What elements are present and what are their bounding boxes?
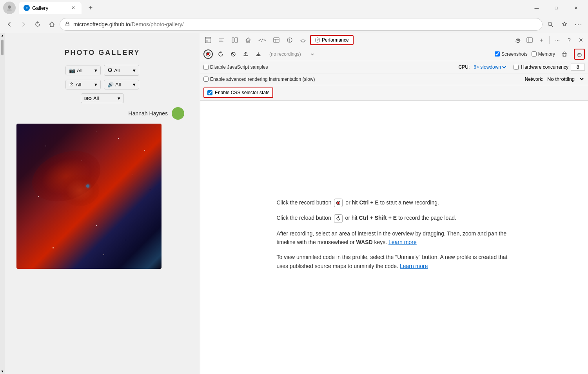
camera-icon: 📷 — [69, 68, 75, 73]
url-path: /Demos/photo-gallery/ — [130, 21, 184, 27]
performance-tab-label: Performance — [322, 37, 349, 43]
iso-icon: ISO — [84, 96, 92, 101]
user-avatar-icon[interactable] — [3, 2, 16, 14]
hardware-concurrency-checkbox[interactable] — [514, 65, 519, 70]
filter-row-1: 📷 All ▾ ⚙ All ▾ — [13, 65, 192, 76]
disable-js-samples-label: Disable JavaScript samples — [210, 64, 268, 70]
disable-js-samples-item[interactable]: Disable JavaScript samples — [203, 64, 268, 70]
tab-console[interactable] — [215, 35, 228, 45]
css-selector-stats-item[interactable]: Enable CSS selector stats — [203, 88, 273, 98]
reload-icon-inline — [334, 214, 343, 223]
filter-settings-value: All — [114, 68, 120, 73]
css-selector-stats-checkbox[interactable] — [207, 90, 212, 95]
scroll-thumb[interactable] — [1, 40, 4, 55]
tab-sidebar[interactable] — [229, 35, 241, 45]
svg-rect-7 — [232, 38, 234, 42]
screenshots-label: Screenshots — [501, 51, 528, 57]
screenshots-checkbox[interactable] — [495, 51, 500, 57]
favorites-button[interactable] — [558, 18, 571, 31]
disable-js-samples-checkbox[interactable] — [203, 65, 209, 70]
tab-close-button[interactable]: ✕ — [70, 4, 77, 11]
filter-audio[interactable]: 🔊 All ▾ — [104, 80, 139, 89]
more-button[interactable]: ··· — [572, 18, 585, 31]
tab-customize[interactable]: + — [536, 35, 547, 46]
cpu-select[interactable]: 6× slowdown 4× slowdown No throttling — [472, 64, 507, 70]
enable-rendering-item[interactable]: Enable advanced rendering instrumentatio… — [203, 77, 315, 82]
hardware-concurrency-label: Hardware concurrency — [521, 64, 568, 70]
minimize-button[interactable]: — — [528, 2, 546, 14]
photo-container — [16, 124, 188, 269]
learn-more-link-1[interactable]: Learn more — [388, 239, 417, 245]
forward-button[interactable] — [17, 18, 30, 31]
hardware-concurrency-item[interactable]: Hardware concurrency — [514, 64, 585, 71]
page-vertical-scrollbar[interactable]: ▲ ▼ — [0, 33, 5, 374]
close-button[interactable]: ✕ — [567, 2, 585, 14]
cpu-control: CPU: 6× slowdown 4× slowdown No throttli… — [459, 64, 508, 70]
reload-record-button[interactable] — [216, 49, 225, 59]
svg-rect-8 — [235, 38, 238, 42]
filter-time-arrow: ▾ — [94, 82, 97, 88]
learn-more-link-2[interactable]: Learn more — [400, 263, 428, 269]
tab-favicon: e — [24, 5, 30, 11]
network-control: Network: No throttling Fast 3G Slow 3G O… — [525, 76, 585, 82]
home-button[interactable] — [45, 18, 58, 31]
upload-recording-button[interactable] — [241, 49, 250, 59]
maximize-button[interactable]: □ — [547, 2, 565, 14]
enable-rendering-checkbox[interactable] — [203, 77, 209, 82]
tab-performance[interactable]: Performance — [310, 35, 354, 45]
active-tab[interactable]: e Gallery ✕ — [19, 2, 82, 14]
css-selector-stats-label: Enable CSS selector stats — [215, 90, 269, 95]
tab-wireless[interactable] — [297, 35, 309, 45]
tab-dock[interactable] — [524, 35, 535, 46]
tab-elements[interactable] — [202, 35, 214, 45]
settings-gear-button[interactable] — [574, 49, 585, 60]
filter-camera[interactable]: 📷 All ▾ — [65, 66, 101, 75]
tab-network[interactable] — [270, 35, 283, 45]
tab-settings[interactable] — [512, 35, 523, 46]
hardware-concurrency-input[interactable] — [571, 64, 585, 71]
tab-close-devtools[interactable]: ✕ — [575, 35, 586, 46]
search-button[interactable] — [544, 18, 557, 31]
main-content: ▲ ▼ PHOTO GALLERY 📷 All ▾ ⚙ — [0, 33, 588, 374]
performance-settings-row3: Enable CSS selector stats — [200, 85, 588, 100]
record-icon-inline — [334, 199, 343, 207]
download-recording-button[interactable] — [254, 49, 263, 59]
network-select[interactable]: No throttling Fast 3G Slow 3G Offline — [546, 76, 585, 82]
tab-issues[interactable] — [283, 35, 296, 45]
refresh-button[interactable] — [31, 18, 44, 31]
filter-camera-arrow: ▾ — [94, 68, 97, 73]
tab-sources[interactable]: </> — [255, 36, 269, 44]
photo-image — [16, 124, 162, 269]
memory-checkbox-label[interactable]: Memory — [532, 51, 555, 57]
tab-home[interactable] — [242, 35, 254, 45]
scroll-down-arrow[interactable]: ▼ — [0, 369, 5, 374]
filter-time[interactable]: ⏱ All ▾ — [65, 80, 101, 89]
performance-instructions: Click the record button or hit Ctrl + E … — [277, 198, 512, 277]
time-icon: ⏱ — [69, 82, 74, 88]
record-button[interactable] — [203, 49, 213, 59]
tab-label: Gallery — [32, 5, 48, 11]
screenshots-checkbox-label[interactable]: Screenshots — [495, 51, 528, 57]
page-title: PHOTO GALLERY — [13, 49, 192, 57]
garbage-collect-button[interactable] — [559, 49, 570, 60]
scroll-up-arrow[interactable]: ▲ — [0, 33, 5, 38]
memory-checkbox[interactable] — [532, 51, 537, 57]
memory-label: Memory — [538, 51, 555, 57]
filter-iso[interactable]: ISO All ▾ — [81, 93, 124, 103]
svg-rect-13 — [527, 38, 532, 42]
url-domain: microsoftedge.github.io — [73, 21, 130, 27]
filter-audio-value: All — [115, 82, 121, 88]
svg-rect-9 — [274, 38, 279, 42]
url-text: microsoftedge.github.io/Demos/photo-gall… — [73, 21, 537, 27]
clear-recording-button[interactable] — [229, 49, 238, 59]
tab-help[interactable]: ? — [564, 35, 575, 46]
address-bar[interactable]: microsoftedge.github.io/Demos/photo-gall… — [60, 18, 543, 31]
filter-settings[interactable]: ⚙ All ▾ — [104, 65, 139, 76]
back-button[interactable] — [3, 18, 16, 31]
devtools-toolbar: </> Performance — [200, 33, 588, 101]
filter-iso-arrow: ▾ — [118, 95, 120, 101]
tab-more-tools[interactable]: ··· — [552, 35, 563, 46]
new-tab-button[interactable]: + — [85, 2, 96, 14]
user-name: Hannah Haynes — [129, 110, 168, 117]
network-label: Network: — [525, 77, 543, 82]
